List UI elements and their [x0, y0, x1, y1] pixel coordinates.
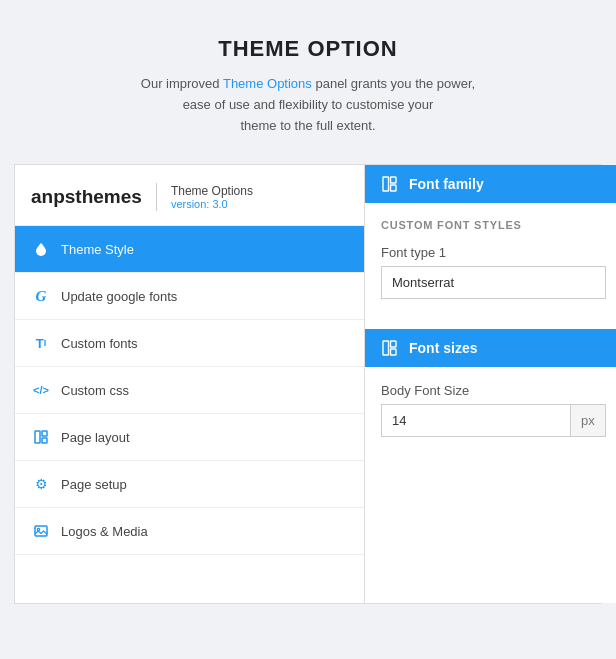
theme-options-link[interactable]: Theme Options [223, 76, 312, 91]
svg-point-4 [37, 529, 39, 531]
main-panel: anpsthemes Theme Options version: 3.0 Th… [14, 164, 602, 604]
sidebar-item-update-google-fonts[interactable]: G Update google fonts [15, 273, 364, 320]
image-icon [31, 521, 51, 541]
sidebar-menu: Theme Style G Update google fonts TI Cus… [15, 226, 364, 555]
svg-rect-2 [42, 438, 47, 443]
sidebar-label-custom-css: Custom css [61, 383, 129, 398]
font-sizes-icon [381, 339, 399, 357]
type-icon: TI [31, 333, 51, 353]
theme-options-title: Theme Options [171, 184, 253, 198]
sidebar-item-logos-media[interactable]: Logos & Media [15, 508, 364, 555]
body-font-size-input[interactable] [381, 404, 571, 437]
brand-divider [156, 183, 157, 211]
svg-rect-0 [35, 431, 40, 443]
right-panel: Font family CUSTOM FONT STYLES Font type… [365, 165, 616, 603]
sidebar-label-page-layout: Page layout [61, 430, 130, 445]
page-header: THEME OPTION Our improved Theme Options … [0, 0, 616, 164]
body-font-size-input-wrapper: px [381, 404, 606, 437]
google-icon: G [31, 286, 51, 306]
font-family-icon [381, 175, 399, 193]
font-sizes-label: Font sizes [409, 340, 477, 356]
font-family-body: CUSTOM FONT STYLES Font type 1 [365, 203, 616, 329]
font-family-label: Font family [409, 176, 484, 192]
droplet-icon [31, 239, 51, 259]
brand-meta: Theme Options version: 3.0 [171, 184, 253, 210]
font-sizes-body: Body Font Size px [365, 367, 616, 467]
px-suffix: px [571, 404, 606, 437]
font-family-section-header: Font family [365, 165, 616, 203]
sidebar-label-logos-media: Logos & Media [61, 524, 148, 539]
font-type-label: Font type 1 [381, 245, 606, 260]
description-before: Our improved [141, 76, 223, 91]
sidebar-label-custom-fonts: Custom fonts [61, 336, 138, 351]
svg-rect-1 [42, 431, 47, 436]
body-font-size-field-group: Body Font Size px [381, 383, 606, 437]
sidebar-item-custom-fonts[interactable]: TI Custom fonts [15, 320, 364, 367]
sidebar-label-update-google-fonts: Update google fonts [61, 289, 177, 304]
sidebar-label-theme-style: Theme Style [61, 242, 134, 257]
body-font-size-label: Body Font Size [381, 383, 606, 398]
font-type-input[interactable] [381, 266, 606, 299]
svg-rect-8 [383, 341, 389, 355]
svg-rect-3 [35, 526, 47, 536]
svg-rect-10 [391, 349, 397, 355]
sidebar-item-page-setup[interactable]: ⚙ Page setup [15, 461, 364, 508]
sidebar-item-page-layout[interactable]: Page layout [15, 414, 364, 461]
sidebar: anpsthemes Theme Options version: 3.0 Th… [15, 165, 365, 603]
svg-rect-6 [391, 177, 397, 183]
custom-font-styles-label: CUSTOM FONT STYLES [381, 219, 606, 231]
sidebar-item-theme-style[interactable]: Theme Style [15, 226, 364, 273]
layout-icon [31, 427, 51, 447]
sidebar-brand: anpsthemes Theme Options version: 3.0 [15, 165, 364, 226]
font-sizes-section-header: Font sizes [365, 329, 616, 367]
brand-name: anpsthemes [31, 186, 142, 208]
code-icon: </> [31, 380, 51, 400]
svg-rect-9 [391, 341, 397, 347]
page-title: THEME OPTION [20, 36, 596, 62]
svg-rect-5 [383, 177, 389, 191]
page-description: Our improved Theme Options panel grants … [20, 74, 596, 136]
svg-rect-7 [391, 185, 397, 191]
version-label: version: 3.0 [171, 198, 253, 210]
font-type-field-group: Font type 1 [381, 245, 606, 299]
sidebar-label-page-setup: Page setup [61, 477, 127, 492]
gear-icon: ⚙ [31, 474, 51, 494]
sidebar-item-custom-css[interactable]: </> Custom css [15, 367, 364, 414]
